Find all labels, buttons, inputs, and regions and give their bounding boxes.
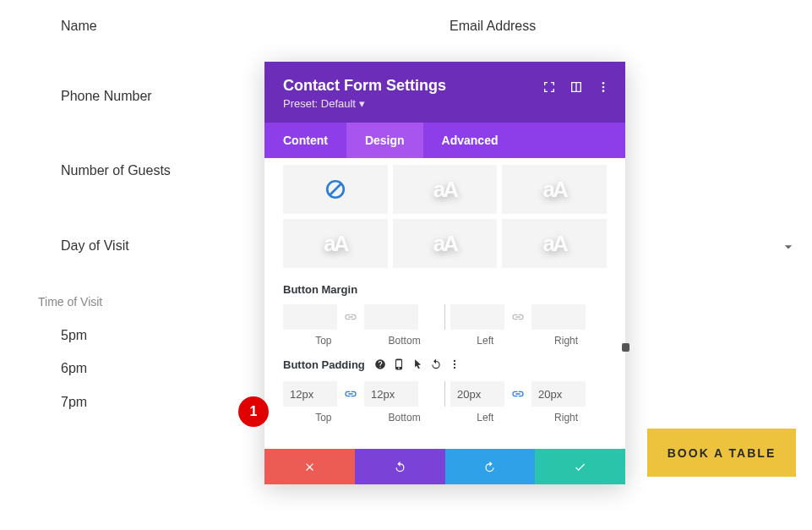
scroll-handle[interactable] — [622, 343, 629, 352]
cursor-icon[interactable] — [411, 358, 423, 373]
margin-section: Button Margin Top Bottom Left Right — [283, 283, 607, 347]
expand-icon[interactable] — [542, 80, 556, 97]
margin-left-input[interactable] — [450, 304, 504, 330]
reset-icon[interactable] — [430, 358, 442, 373]
padding-right-input[interactable] — [531, 381, 586, 407]
padding-title: Button Padding — [283, 358, 607, 373]
padding-section: Button Padding — [283, 358, 607, 423]
email-label: Email Address — [450, 19, 536, 34]
link-icon[interactable] — [342, 385, 359, 402]
name-label: Name — [61, 19, 97, 34]
modal-header: Contact Form Settings Preset: Default ▾ — [264, 62, 625, 123]
padding-left-input[interactable] — [450, 381, 504, 407]
phone-label: Phone Number — [61, 89, 152, 104]
margin-label-left: Left — [445, 335, 526, 347]
menu-icon[interactable] — [597, 80, 610, 97]
margin-title: Button Margin — [283, 283, 607, 296]
modal-actions — [264, 449, 625, 484]
tab-design[interactable]: Design — [346, 123, 423, 158]
save-button[interactable] — [535, 449, 625, 484]
padding-bottom-input[interactable] — [364, 381, 418, 407]
margin-label-right: Right — [526, 335, 607, 347]
shadow-preset-2[interactable]: aA — [502, 165, 607, 214]
time-option-6pm[interactable]: 6pm — [61, 361, 87, 376]
shadow-preset-4[interactable]: aA — [393, 219, 498, 268]
close-button[interactable] — [264, 449, 355, 484]
padding-label-right: Right — [526, 412, 607, 423]
margin-label-bottom: Bottom — [364, 335, 445, 347]
time-option-7pm[interactable]: 7pm — [61, 395, 87, 410]
margin-bottom-input[interactable] — [364, 304, 418, 330]
phone-icon[interactable] — [393, 358, 405, 373]
modal-body: aA aA aA aA aA Button Margin — [264, 158, 625, 449]
divider — [444, 304, 445, 330]
undo-button[interactable] — [355, 449, 445, 484]
svg-point-6 — [454, 363, 455, 365]
margin-label-top: Top — [283, 335, 364, 347]
layout-icon[interactable] — [569, 80, 583, 97]
svg-point-7 — [454, 367, 455, 369]
padding-label-bottom: Bottom — [364, 412, 445, 423]
time-of-visit-label: Time of Visit — [38, 295, 102, 309]
day-label: Day of Visit — [61, 238, 129, 254]
shadow-preset-3[interactable]: aA — [283, 219, 388, 268]
annotation-badge-1: 1 — [238, 396, 269, 427]
tab-content[interactable]: Content — [264, 123, 346, 158]
padding-top-input[interactable] — [283, 381, 337, 407]
tab-advanced[interactable]: Advanced — [423, 123, 517, 158]
more-icon[interactable] — [449, 358, 460, 373]
svg-point-2 — [602, 90, 605, 92]
divider — [444, 381, 445, 407]
text-shadow-grid: aA aA aA aA aA — [283, 165, 607, 268]
svg-line-4 — [330, 184, 341, 195]
svg-point-0 — [602, 82, 605, 85]
padding-label-top: Top — [283, 412, 364, 423]
shadow-preset-5[interactable]: aA — [502, 219, 607, 268]
padding-label-left: Left — [445, 412, 526, 423]
book-table-button[interactable]: BOOK A TABLE — [647, 429, 796, 477]
modal-preset[interactable]: Preset: Default ▾ — [283, 97, 607, 110]
svg-point-5 — [454, 360, 455, 362]
redo-button[interactable] — [445, 449, 536, 484]
time-option-5pm[interactable]: 5pm — [61, 328, 87, 343]
chevron-down-icon[interactable] — [780, 238, 797, 255]
svg-point-1 — [602, 86, 605, 89]
settings-modal: Contact Form Settings Preset: Default ▾ … — [264, 62, 625, 484]
link-icon[interactable] — [510, 385, 526, 402]
margin-right-input[interactable] — [531, 304, 586, 330]
shadow-none[interactable] — [283, 165, 388, 214]
margin-top-input[interactable] — [283, 304, 337, 330]
help-icon[interactable] — [374, 358, 386, 373]
link-icon[interactable] — [342, 309, 359, 325]
modal-tabs: Content Design Advanced — [264, 123, 625, 158]
guests-label: Number of Guests — [61, 163, 171, 178]
shadow-preset-1[interactable]: aA — [393, 165, 498, 214]
link-icon[interactable] — [510, 309, 526, 325]
